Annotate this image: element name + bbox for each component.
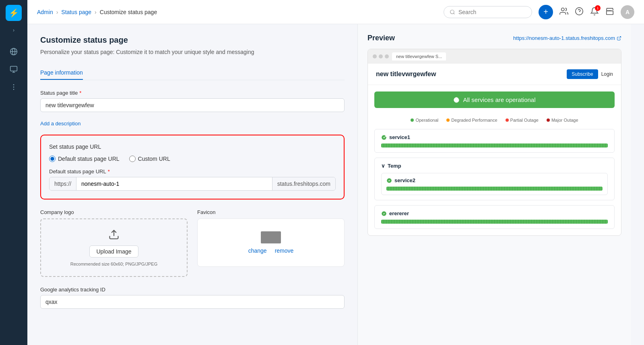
- sidebar-item-more[interactable]: [5, 78, 23, 96]
- preview-login-btn[interactable]: Login: [601, 69, 613, 79]
- search-box[interactable]: [444, 6, 532, 18]
- legend-degraded: Degraded Performance: [446, 118, 497, 123]
- erererer-bar: [381, 220, 608, 224]
- browser-dot-2: [379, 54, 383, 58]
- status-page-title-label: Status page title *: [40, 90, 345, 96]
- svg-point-9: [450, 10, 454, 13]
- radio-group: Default status page URL Custom URL: [49, 156, 336, 162]
- left-panel: Customize status page Personalize your s…: [27, 24, 357, 345]
- check-icon: [453, 97, 460, 103]
- upload-image-button[interactable]: Upload Image: [89, 245, 138, 258]
- tabs: Page information: [40, 66, 345, 80]
- service-card-service2: service2: [381, 173, 608, 195]
- legend-dot-operational: [411, 118, 414, 122]
- preview-legend: Operational Degraded Performance Partial…: [368, 114, 621, 126]
- browser-bar: new titlevwrgewfew S...: [368, 49, 621, 64]
- favicon-label: Favicon: [197, 209, 345, 215]
- sidebar-item-globe[interactable]: [5, 43, 23, 60]
- legend-operational: Operational: [411, 118, 438, 123]
- preview-title: Preview: [367, 34, 395, 42]
- breadcrumb-admin[interactable]: Admin: [37, 9, 53, 15]
- store-icon[interactable]: [605, 7, 614, 17]
- sidebar-logo[interactable]: ⚡: [6, 5, 22, 21]
- radio-default-url[interactable]: Default status page URL: [49, 156, 120, 162]
- preview-link[interactable]: https://nonesm-auto-1.status.freshitops.…: [513, 35, 621, 41]
- page-title: Customize status page: [40, 35, 345, 45]
- add-description-link[interactable]: Add a description: [40, 121, 80, 127]
- group-header-temp: ∨ Temp: [381, 163, 608, 169]
- service-card-service1: service1: [374, 129, 615, 153]
- browser-dots: [373, 54, 389, 58]
- url-input-row: https:// status.freshitops.com: [49, 177, 336, 191]
- url-box: Set status page URL Default status page …: [40, 135, 345, 200]
- radio-custom-url[interactable]: Custom URL: [129, 156, 170, 162]
- service1-bar: [381, 143, 608, 148]
- favicon-preview: [261, 231, 281, 243]
- svg-point-8: [13, 89, 14, 90]
- help-icon[interactable]: [575, 7, 584, 17]
- avatar[interactable]: A: [621, 5, 634, 19]
- legend-dot-major: [547, 118, 550, 122]
- search-icon: [450, 9, 455, 15]
- browser-content: new titlevwrgewfew Subscribe Login All s…: [368, 64, 621, 235]
- group-card-temp: ∨ Temp service2: [374, 158, 615, 200]
- preview-status-banner: All services are operational: [374, 91, 615, 108]
- breadcrumb-status-page[interactable]: Status page: [61, 9, 91, 15]
- service1-name: service1: [381, 134, 608, 140]
- search-input[interactable]: [458, 9, 523, 15]
- preview-panel: Preview https://nonesm-auto-1.status.fre…: [357, 24, 631, 345]
- favicon-section: Favicon change remove: [197, 209, 345, 277]
- browser-tab: new titlevwrgewfew S...: [392, 52, 446, 60]
- favicon-box: change remove: [197, 218, 345, 267]
- erererer-status-icon: [381, 211, 387, 216]
- status-page-title-input[interactable]: [40, 98, 345, 112]
- company-logo-upload-box[interactable]: Upload Image Recommended size 60x60; PNG…: [40, 218, 188, 277]
- add-button[interactable]: +: [539, 5, 553, 19]
- sidebar: ⚡ ›: [0, 0, 27, 345]
- header-right: + 1 A: [444, 5, 634, 19]
- preview-site-title: new titlevwrgewfew: [376, 71, 436, 78]
- favicon-actions: change remove: [248, 247, 294, 254]
- breadcrumb-current: Customize status page: [100, 9, 157, 15]
- url-value-input[interactable]: [76, 177, 272, 190]
- favicon-change-link[interactable]: change: [248, 247, 267, 254]
- preview-site-header: new titlevwrgewfew Subscribe Login: [368, 64, 621, 85]
- preview-btns: Subscribe Login: [567, 69, 613, 79]
- notification-badge: 1: [595, 5, 601, 11]
- preview-services: service1 ∨ Temp: [368, 126, 621, 235]
- legend-dot-degraded: [446, 118, 450, 122]
- legend-partial: Partial Outage: [506, 118, 539, 123]
- favicon-remove-link[interactable]: remove: [275, 247, 294, 254]
- svg-rect-14: [607, 11, 613, 15]
- tab-page-information[interactable]: Page information: [40, 66, 83, 80]
- url-prefix: https://: [50, 177, 76, 190]
- svg-point-6: [13, 84, 14, 85]
- legend-major: Major Outage: [547, 118, 578, 123]
- company-logo-section: Company logo Upload Image Recommended si…: [40, 209, 188, 277]
- google-analytics-input[interactable]: [40, 295, 345, 309]
- preview-subscribe-btn[interactable]: Subscribe: [567, 69, 598, 79]
- google-analytics-label: Google analytics tracking ID: [40, 287, 345, 293]
- contacts-icon[interactable]: [559, 7, 568, 17]
- notification-icon[interactable]: 1: [590, 7, 599, 17]
- sidebar-toggle[interactable]: ›: [10, 24, 18, 36]
- svg-line-10: [454, 13, 455, 14]
- preview-header: Preview https://nonesm-auto-1.status.fre…: [367, 34, 621, 42]
- svg-line-16: [619, 36, 621, 39]
- service2-name: service2: [386, 177, 603, 183]
- url-box-title: Set status page URL: [49, 143, 336, 150]
- legend-dot-partial: [506, 118, 509, 122]
- svg-point-12: [576, 8, 583, 15]
- breadcrumb: Admin › Status page › Customize status p…: [37, 9, 157, 15]
- url-suffix: status.freshitops.com: [272, 177, 335, 190]
- browser-dot-3: [385, 54, 389, 58]
- preview-browser: new titlevwrgewfew S... new titlevwrgewf…: [367, 49, 621, 236]
- page-description: Personalize your status page: Customize …: [40, 48, 345, 56]
- browser-dot-1: [373, 54, 377, 58]
- upload-icon: [108, 229, 120, 241]
- service2-status-icon: [386, 178, 392, 183]
- erererer-name: erererer: [381, 210, 608, 216]
- sidebar-item-monitor[interactable]: [5, 60, 23, 78]
- service2-bar: [386, 187, 603, 191]
- header: Admin › Status page › Customize status p…: [27, 0, 644, 24]
